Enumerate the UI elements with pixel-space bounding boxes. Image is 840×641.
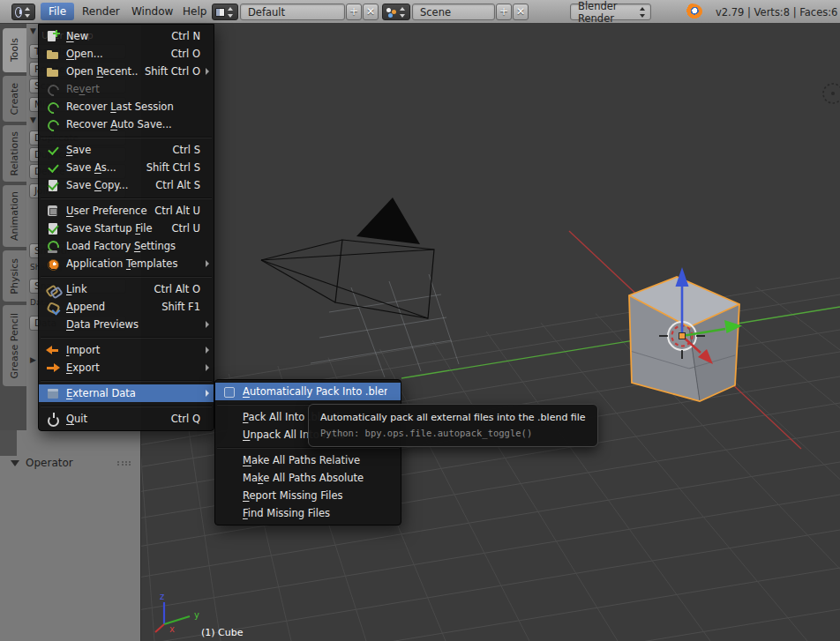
menu-item-export[interactable]: Export <box>39 359 214 376</box>
menu-item-save[interactable]: SaveCtrl S <box>39 141 214 159</box>
menu-item-shortcut: Shift F1 <box>161 301 200 313</box>
menu-item-save-copy[interactable]: Save Copy...Ctrl Alt S <box>39 176 214 194</box>
external-data-submenu-popup: Automatically Pack Into .blendPack All I… <box>214 379 401 525</box>
shelf-tab-animation[interactable]: Animation <box>3 185 26 247</box>
menu-separator <box>39 333 214 341</box>
scene-field[interactable]: Scene <box>412 4 495 20</box>
scene-value: Scene <box>420 6 451 19</box>
menu-item-label: Recover Last Session <box>66 101 200 113</box>
menubar-window[interactable]: Window <box>124 3 181 20</box>
menubar-render[interactable]: Render <box>74 3 128 20</box>
info-editor-icon <box>15 7 22 18</box>
menu-item-label: Open Recent... <box>66 65 138 78</box>
menu-item-recover-auto-save[interactable]: Recover Auto Save... <box>39 116 214 133</box>
menu-item-shortcut: Shift Ctrl S <box>146 161 200 174</box>
submenu-arrow-icon <box>200 390 209 397</box>
menu-item-data-previews[interactable]: Data Previews <box>39 316 214 333</box>
menu-item-label: Recover Auto Save... <box>66 118 200 130</box>
menu-item-find-missing-files[interactable]: Find Missing Files <box>215 504 401 522</box>
menu-item-save-as[interactable]: Save As...Shift Ctrl S <box>39 159 214 176</box>
shelf-tab-create[interactable]: Create <box>3 76 26 122</box>
blender-window: z y x (1) Cube ToolsCreateRelationsAnima… <box>0 0 840 641</box>
menu-item-recover-last-session[interactable]: Recover Last Session <box>39 98 214 116</box>
render-engine-select[interactable]: Blender Render <box>570 4 651 20</box>
menu-item-label: Save Startup File <box>66 222 164 235</box>
active-object-label: (1) Cube <box>201 627 244 638</box>
icon-spacer <box>222 454 236 467</box>
menu-item-revert[interactable]: Revert <box>39 80 214 98</box>
editor-type-selector[interactable] <box>11 4 35 20</box>
external-data-icon <box>46 387 60 400</box>
screen-layout-icon-button[interactable] <box>212 4 238 20</box>
panel-drag-dots-icon[interactable] <box>117 461 131 466</box>
shelf-glyph: ▼ <box>30 26 36 35</box>
updown-arrows-icon <box>24 7 32 18</box>
add-layout-button[interactable]: + <box>346 4 362 20</box>
menu-item-label: Append <box>66 301 154 313</box>
submenu-arrow-icon <box>200 347 209 354</box>
menu-item-new[interactable]: NewCtrl N <box>39 27 214 45</box>
menu-item-link[interactable]: LinkCtrl Alt O <box>39 280 214 298</box>
shelf-tab-relations[interactable]: Relations <box>3 125 26 182</box>
recover-icon <box>46 101 60 114</box>
blender-logo-icon <box>682 4 702 19</box>
icon-spacer <box>222 489 236 503</box>
close-scene-button[interactable]: ✕ <box>513 4 529 20</box>
menu-item-load-factory-settings[interactable]: Load Factory Settings <box>39 237 214 255</box>
menu-item-external-data[interactable]: External Data <box>39 384 214 402</box>
icon-spacer <box>46 318 60 332</box>
menu-item-make-all-paths-relative[interactable]: Make All Paths Relative <box>215 451 401 469</box>
add-scene-button[interactable]: + <box>496 4 512 20</box>
shelf-tab-label: Animation <box>9 191 20 241</box>
menu-separator <box>39 194 214 202</box>
shelf-tab-tools[interactable]: Tools <box>3 28 26 72</box>
menu-item-label: Find Missing Files <box>243 507 387 519</box>
preferences-icon <box>46 205 60 218</box>
render-engine-value: Blender Render <box>578 0 634 25</box>
scene-icon-button[interactable] <box>382 4 410 20</box>
screen-layout-field[interactable]: Default <box>240 4 345 20</box>
object-origin-dot <box>679 333 686 339</box>
menubar-help[interactable]: Help <box>175 3 214 20</box>
shelf-glyph: ▼ <box>30 116 36 124</box>
menu-item-quit[interactable]: QuitCtrl Q <box>39 410 214 428</box>
scene-statistics: v2.79 | Verts:8 | Faces:6 | Tris: <box>716 6 840 19</box>
shelf-tab-physics[interactable]: Physics <box>3 250 26 302</box>
operator-panel-label: Operator <box>26 457 73 469</box>
import-icon <box>46 344 60 357</box>
shelf-tab-grease-pencil[interactable]: Grease Pencil <box>3 305 26 386</box>
shelf-tab-label: Physics <box>9 258 20 294</box>
menu-item-save-startup-file[interactable]: Save Startup FileCtrl U <box>39 220 214 237</box>
menu-item-user-preferences[interactable]: User Preferences...Ctrl Alt U <box>39 202 214 220</box>
menu-item-import[interactable]: Import <box>39 341 214 359</box>
menu-item-open[interactable]: Open...Ctrl O <box>39 45 214 63</box>
menubar-file[interactable]: File <box>41 3 74 20</box>
close-layout-button[interactable]: ✕ <box>363 4 379 20</box>
operator-panel-header[interactable]: Operator <box>11 457 131 469</box>
screen-layout-icon <box>215 8 225 17</box>
menu-item-label: Load Factory Settings <box>66 240 200 252</box>
submenu-arrow-icon <box>200 364 209 371</box>
menu-item-append[interactable]: AppendShift F1 <box>39 298 214 316</box>
menu-item-automatically-pack-into-blend[interactable]: Automatically Pack Into .blend <box>215 383 401 400</box>
menu-item-shortcut: Ctrl S <box>173 144 200 156</box>
updown-arrows-icon <box>639 7 647 18</box>
menu-item-make-all-paths-absolute[interactable]: Make All Paths Absolute <box>215 469 401 487</box>
top-header-bar: FileRenderWindowHelp Default + ✕ Scene +… <box>0 0 840 24</box>
scene-icon <box>386 7 397 18</box>
menu-item-application-templates[interactable]: Application Templates <box>39 255 214 272</box>
menu-item-open-recent[interactable]: Open Recent...Shift Ctrl O <box>39 63 214 80</box>
menu-item-label: Revert <box>66 83 200 95</box>
menu-item-label: Open... <box>66 48 164 60</box>
updown-arrows-icon <box>227 7 235 18</box>
append-icon <box>46 301 60 314</box>
menu-item-shortcut: Ctrl Q <box>171 413 200 425</box>
tooltip-python-command: Python: bpy.ops.file.autopack_toggle() <box>320 428 586 438</box>
save-copy-icon <box>46 179 60 192</box>
menu-item-label: Save Copy... <box>66 179 148 191</box>
menu-item-shortcut: Ctrl O <box>171 48 200 60</box>
menu-item-report-missing-files[interactable]: Report Missing Files <box>215 487 401 504</box>
submenu-arrow-icon <box>200 321 209 328</box>
link-icon <box>46 283 60 296</box>
app-template-icon <box>46 257 60 271</box>
